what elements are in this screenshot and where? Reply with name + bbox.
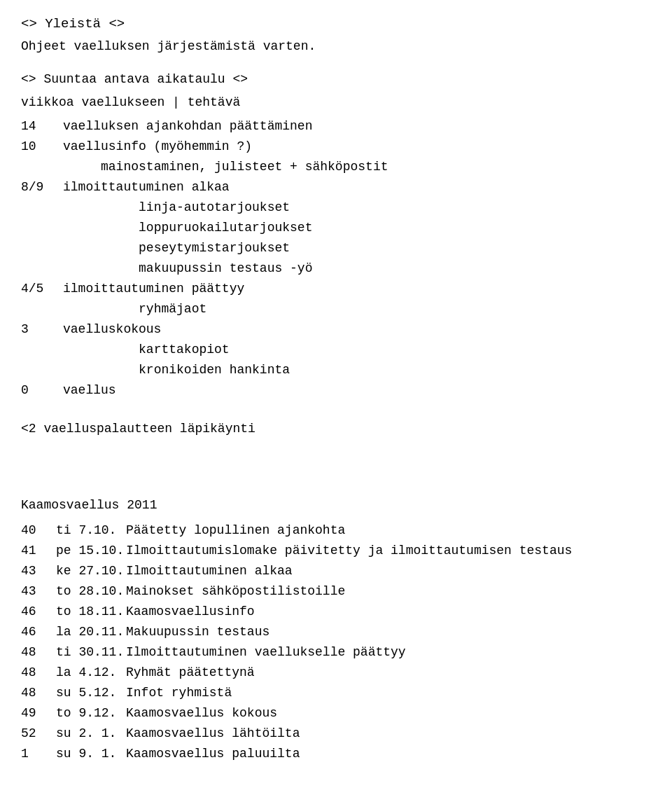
schedule-task: linja-autotarjoukset [63,198,651,218]
log-desc: Mainokset sähköpostilistoille [126,581,572,602]
schedule-task: vaelluskokous [63,319,651,340]
schedule-header: viikkoa vaellukseen | tehtävä [21,93,651,112]
log-num: 40 [21,520,56,541]
schedule-num [21,238,63,258]
schedule-task: makuupussin testaus -yö [63,258,651,279]
schedule-row: kronikoiden hankinta [21,360,651,380]
log-num: 43 [21,581,56,602]
log-desc: Kaamosvaellus kokous [126,703,572,724]
schedule-task: karttakopiot [63,340,651,360]
schedule-num: 0 [21,380,63,401]
log-desc: Päätetty lopullinen ajankohta [126,520,572,541]
log-desc: Kaamosvaellus paluuilta [126,744,572,764]
log-row: 46to 18.11.Kaamosvaellusinfo [21,602,572,622]
log-num: 46 [21,602,56,622]
log-date: to 28.10. [56,581,126,602]
log-num: 46 [21,622,56,642]
log-table: 40ti 7.10.Päätetty lopullinen ajankohta4… [21,520,572,764]
log-date: ti 7.10. [56,520,126,541]
log-num: 48 [21,642,56,663]
log-desc: Kaamosvaellus lähtöilta [126,724,572,744]
schedule-task: loppuruokailutarjoukset [63,218,651,238]
log-date: ti 30.11. [56,642,126,663]
schedule-row: 4/5ilmoittautuminen päättyy [21,279,651,299]
log-row: 48ti 30.11.Ilmoittautuminen vaellukselle… [21,642,572,663]
log-row: 49to 9.12.Kaamosvaellus kokous [21,703,572,724]
schedule-num [21,218,63,238]
schedule-num: 3 [21,319,63,340]
log-num: 48 [21,683,56,703]
schedule-num: 4/5 [21,279,63,299]
kaamosvaellus-title: Kaamosvaellus 2011 [21,496,651,515]
log-row: 41pe 15.10.Ilmoittautumislomake päivitet… [21,541,572,561]
schedule-row: 3vaelluskokous [21,319,651,340]
log-date: su 2. 1. [56,724,126,744]
schedule-num: 8/9 [21,177,63,198]
schedule-row: 8/9ilmoittautuminen alkaa [21,177,651,198]
log-date: la 4.12. [56,663,126,683]
schedule-row: loppuruokailutarjoukset [21,218,651,238]
log-date: su 5.12. [56,683,126,703]
schedule-row: 10vaellusinfo (myöhemmin ?) [21,137,651,157]
schedule-task: vaelluksen ajankohdan päättäminen [63,116,651,137]
schedule-num [21,299,63,319]
log-desc: Ryhmät päätettynä [126,663,572,683]
log-desc: Ilmoittautuminen alkaa [126,561,572,581]
title-feedback: <2 vaelluspalautteen läpikäynti [21,420,651,438]
schedule-task: ilmoittautuminen päättyy [63,279,651,299]
log-date: pe 15.10. [56,541,126,561]
schedule-table: 14vaelluksen ajankohdan päättäminen10vae… [21,116,651,401]
log-row: 40ti 7.10.Päätetty lopullinen ajankohta [21,520,572,541]
intro-text: Ohjeet vaelluksen järjestämistä varten. [21,37,651,56]
kaamosvaellus-section: Kaamosvaellus 2011 40ti 7.10.Päätetty lo… [21,496,651,764]
log-date: to 9.12. [56,703,126,724]
schedule-row: peseytymistarjoukset [21,238,651,258]
log-desc: Kaamosvaellusinfo [126,602,572,622]
log-num: 49 [21,703,56,724]
log-num: 41 [21,541,56,561]
title-aikataulu: <> Suuntaa antava aikataulu <> [21,70,651,89]
log-row: 1su 9. 1.Kaamosvaellus paluuilta [21,744,572,764]
schedule-task: ryhmäjaot [63,299,651,319]
log-desc: Infot ryhmistä [126,683,572,703]
schedule-task: ilmoittautuminen alkaa [63,177,651,198]
schedule-task: vaellusinfo (myöhemmin ?) [63,137,651,157]
log-num: 1 [21,744,56,764]
log-row: 48su 5.12.Infot ryhmistä [21,683,572,703]
title-yleista: <> Yleistä <> [21,14,651,34]
schedule-num: 10 [21,137,63,157]
log-row: 48la 4.12.Ryhmät päätettynä [21,663,572,683]
log-row: 52su 2. 1.Kaamosvaellus lähtöilta [21,724,572,744]
log-desc: Ilmoittautumislomake päivitetty ja ilmoi… [126,541,572,561]
schedule-row: makuupussin testaus -yö [21,258,651,279]
schedule-row: linja-autotarjoukset [21,198,651,218]
log-row: 43ke 27.10.Ilmoittautuminen alkaa [21,561,572,581]
schedule-num [21,340,63,360]
schedule-num [21,198,63,218]
page-content: <> Yleistä <> Ohjeet vaelluksen järjestä… [21,14,651,764]
log-row: 43to 28.10.Mainokset sähköpostilistoille [21,581,572,602]
schedule-row: mainostaminen, julisteet + sähköpostit [21,157,651,177]
schedule-row: 14vaelluksen ajankohdan päättäminen [21,116,651,137]
log-date: su 9. 1. [56,744,126,764]
schedule-row: ryhmäjaot [21,299,651,319]
schedule-num: 14 [21,116,63,137]
log-date: ke 27.10. [56,561,126,581]
schedule-num [21,258,63,279]
schedule-task: vaellus [63,380,651,401]
schedule-task: mainostaminen, julisteet + sähköpostit [63,157,651,177]
log-num: 48 [21,663,56,683]
log-desc: Ilmoittautuminen vaellukselle päättyy [126,642,572,663]
schedule-task: peseytymistarjoukset [63,238,651,258]
schedule-row: 0vaellus [21,380,651,401]
schedule-row: karttakopiot [21,340,651,360]
schedule-num [21,360,63,380]
schedule-task: kronikoiden hankinta [63,360,651,380]
schedule-num [21,157,63,177]
log-row: 46la 20.11.Makuupussin testaus [21,622,572,642]
log-date: to 18.11. [56,602,126,622]
log-date: la 20.11. [56,622,126,642]
log-num: 43 [21,561,56,581]
log-desc: Makuupussin testaus [126,622,572,642]
log-num: 52 [21,724,56,744]
